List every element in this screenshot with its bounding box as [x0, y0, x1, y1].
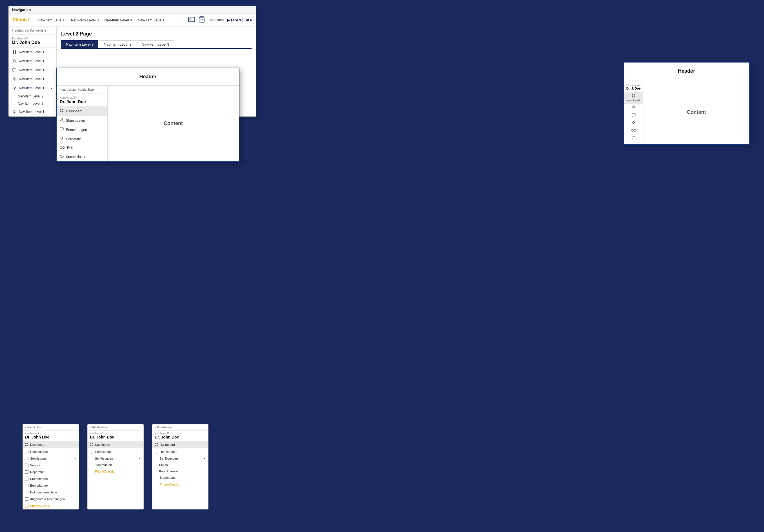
bp1-service[interactable]: Service	[23, 462, 79, 469]
panel-nav-bemerkungen[interactable]: Bemerkungen	[57, 125, 107, 134]
panel-middle-back-link[interactable]: < zurück zur Kundenliste	[57, 86, 107, 94]
tab-level3-1[interactable]: Nav-Item Level 3	[61, 40, 98, 48]
grid-icon	[12, 50, 17, 54]
panel-right-nav-dashboard[interactable]: Dashboard	[624, 92, 643, 104]
bp3-kontaktlinsen-sub[interactable]: Kontaktlinsen	[152, 468, 208, 474]
svg-rect-47	[90, 445, 91, 446]
abmelden-button[interactable]: Abmelden	[208, 18, 224, 22]
back-to-list-link[interactable]: zurück zur Kundenliste	[9, 27, 56, 35]
user-name: ▶ FRANZISKA	[227, 18, 252, 22]
svg-rect-8	[15, 52, 16, 54]
panel-nav-stammdaten[interactable]: Stammdaten	[57, 116, 107, 125]
svg-rect-44	[27, 445, 28, 446]
panel-nav-horgeraete[interactable]: Hörgeräte	[57, 134, 107, 144]
panel-middle-sidebar: < zurück zur Kundenliste Kundenprofil Dr…	[57, 86, 107, 161]
svg-rect-22	[60, 127, 63, 130]
svg-rect-0	[188, 17, 195, 22]
bottom-panel-1-back-link[interactable]: < Kundenliste	[23, 425, 79, 431]
panel-right-customer: Kundenprofil Dr. J. Doe	[624, 82, 643, 92]
panel-right-nav-comment[interactable]	[624, 111, 643, 119]
bp1-horlosungen[interactable]: Hörlösungen	[23, 448, 79, 455]
panel-middle-nav: Dashboard Stammdaten Bemerkungen	[57, 106, 107, 161]
checkbox-icon-bp3-2	[155, 457, 158, 460]
panel-right-nav-glasses[interactable]	[624, 127, 643, 134]
bp3-sehlosungen[interactable]: Sehlösungen ▲	[152, 455, 208, 462]
svg-rect-35	[632, 113, 635, 116]
bottom-panel-1: < Kundenliste Kundenprofil Dr. John Doe …	[23, 424, 79, 509]
panel-right-nav-bulb[interactable]	[624, 119, 643, 127]
brand-logo[interactable]: Phönix²	[13, 17, 29, 23]
checkbox-icon-bp2-2	[90, 457, 93, 460]
bp2-horlosungen[interactable]: Hörlösungen	[88, 448, 143, 455]
svg-point-39	[634, 129, 636, 131]
bp2-dashboard[interactable]: Dashboard	[88, 441, 143, 448]
checkbox-icon-bp1-2	[25, 457, 29, 460]
sidebar-item-3[interactable]: Nav-Item Level 1	[9, 66, 56, 75]
sidebar-item-4[interactable]: Nav-Item Level 1	[9, 75, 56, 84]
window-title-bar: Navigation	[9, 6, 256, 14]
panel-nav-dashboard[interactable]: Dashboard	[57, 106, 107, 116]
checkbox-icon-bp1-4	[25, 470, 29, 474]
nav-item-level0-1[interactable]: Nav-Item Level 0	[38, 18, 65, 22]
bp3-phonixclassic[interactable]: PhönixClassic	[152, 481, 208, 488]
panel-right-sidebar: Kundenprofil Dr. J. Doe Dashboard	[624, 80, 644, 144]
svg-point-23	[61, 137, 63, 139]
nav-item-level0-4[interactable]: Nav-Item Level 0	[137, 18, 165, 22]
svg-rect-32	[632, 96, 633, 97]
bulb-icon	[12, 77, 17, 82]
tab-level3-3[interactable]: Nav-Item Level 3	[137, 40, 174, 48]
panel-middle-customer-profile: Kundenprofil Dr. John Doe	[57, 94, 107, 106]
bottom-panel-3-back-link[interactable]: < Kundenliste	[152, 425, 208, 431]
nav-item-level0-3[interactable]: Nav-Item Level 0	[104, 18, 132, 22]
panel-right-nav-lens[interactable]	[624, 134, 643, 142]
checkbox-icon-bp2-1	[90, 450, 93, 453]
sidebar-item-5-active[interactable]: Nav-Item Level 1 ▼	[9, 84, 56, 92]
checkbox-icon-bp3-1	[155, 450, 158, 453]
panel-nav-brillen[interactable]: Brillen	[57, 144, 107, 152]
nav-item-level0-2[interactable]: Nav-Item Level 0	[71, 18, 98, 22]
bp3-stammdaten[interactable]: Stammdaten	[152, 474, 208, 481]
lens-icon-mid	[60, 154, 64, 159]
chevron-down-bp1: ▼	[74, 457, 76, 460]
checkbox-icon-bp1-1	[25, 450, 29, 453]
bp1-stammdaten[interactable]: Stammdaten	[23, 475, 79, 482]
panel-right-header: Header	[624, 63, 749, 80]
bp2-stammdaten-sub[interactable]: Stammdaten	[88, 462, 143, 468]
panel-nav-kontaktlinsen[interactable]: Kontaktlinsen	[57, 152, 107, 161]
bp1-reparatur[interactable]: Reparatur	[23, 469, 79, 475]
bottom-panel-2-back-link[interactable]: < Kundenliste	[88, 425, 143, 431]
sidebar-sub-item-2[interactable]: Nav-Item Level 2	[9, 100, 56, 107]
panel-right-customer-name: Dr. J. Doe	[626, 87, 641, 90]
svg-point-34	[633, 105, 635, 107]
lens-icon-right	[632, 136, 636, 140]
id-card-icon	[188, 17, 195, 23]
tab-level3-2[interactable]: Nav-Item Level 3	[99, 40, 136, 48]
svg-rect-45	[90, 443, 91, 444]
sidebar-item-2[interactable]: Nav-Item Level 1	[9, 57, 56, 66]
bp1-bemerkungen[interactable]: Bemerkungen	[23, 482, 79, 489]
bp1-sehlosungen[interactable]: Sehlösungen ▼	[23, 455, 79, 462]
bp1-dokumentenablage[interactable]: Dokumentenablage	[23, 489, 79, 496]
bp1-dashboard[interactable]: Dashboard	[23, 441, 79, 448]
bp1-angebote[interactable]: Angebote & Rechnungen	[23, 496, 79, 502]
comment-icon	[12, 68, 17, 73]
bp2-phonixclassic[interactable]: PhönixClassic	[88, 468, 143, 475]
panel-right-nav-person[interactable]	[624, 104, 643, 111]
bp2-sehlosungen[interactable]: Sehlösungen ▼	[88, 455, 143, 462]
svg-point-29	[61, 156, 62, 157]
checkbox-icon-bp3-3	[155, 476, 158, 479]
bottom-panel-3-nav: Dashboard Hörlösungen Sehlösungen ▲ Bril…	[152, 441, 208, 488]
bp3-dashboard[interactable]: Dashboard	[152, 441, 208, 448]
panel-right-customer-label: Kundenprofil	[626, 84, 641, 87]
sidebar: zurück zur Kundenliste Kundenprofil Dr. …	[9, 27, 57, 116]
sidebar-item-1[interactable]: Nav-Item Level 1	[9, 48, 56, 57]
checkbox-icon-bp1-9	[25, 504, 29, 507]
sidebar-item-6[interactable]: Nav-Item Level 1	[9, 107, 56, 116]
sidebar-sub-item-1[interactable]: Nav-Item Level 2	[9, 92, 56, 100]
bp3-brillen-sub[interactable]: Brillen	[152, 462, 208, 468]
cart-icon[interactable]	[198, 16, 205, 24]
svg-point-9	[14, 60, 15, 61]
bp3-horlosungen[interactable]: Hörlösungen	[152, 448, 208, 455]
bp1-phonixclassic[interactable]: PhönixClassic	[23, 502, 79, 509]
panel-right: Header Kundenprofil Dr. J. Doe Dashboard	[623, 62, 750, 145]
